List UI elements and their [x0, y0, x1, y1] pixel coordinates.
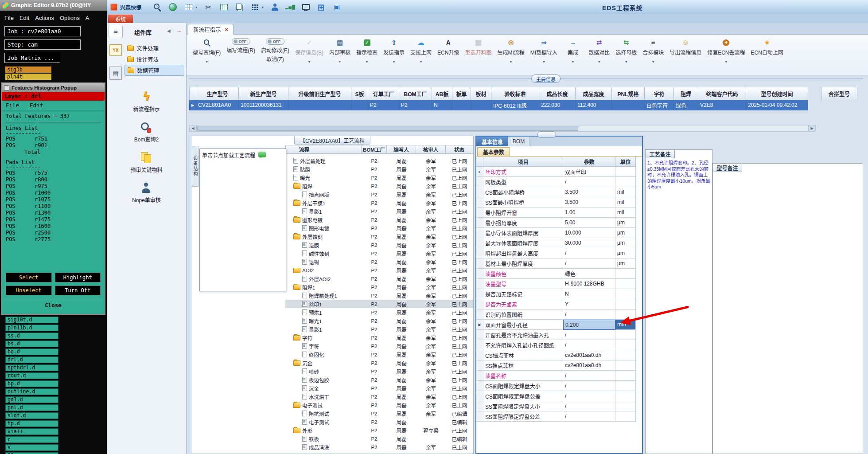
- flow-row[interactable]: 预烘1P2周磊余军已上网: [285, 308, 473, 317]
- param-row[interactable]: SS挡点菲林cv2e801aa0.dh: [476, 360, 636, 371]
- tab-bom[interactable]: BOM: [508, 137, 529, 146]
- flow-row[interactable]: 丝印1P2周磊余军已上网: [285, 300, 473, 308]
- sidebar-item-2[interactable]: 设计算法: [125, 54, 184, 65]
- ribbon-button-10[interactable]: 重选开料图: [465, 38, 491, 56]
- menu-item[interactable]: File: [4, 15, 14, 21]
- param-row[interactable]: 网板类型/: [476, 177, 636, 187]
- param-value[interactable]: /: [563, 411, 615, 422]
- flow-node[interactable]: 字符: [285, 334, 362, 341]
- layer-chip[interactable]: sig3b: [5, 67, 51, 73]
- ribbon-button-6[interactable]: 指示检查▾: [356, 38, 378, 64]
- param-value[interactable]: N: [563, 289, 615, 299]
- header-cell[interactable]: BOM工厂: [399, 87, 432, 100]
- horizontal-scrollbar[interactable]: ◀ ▶: [189, 125, 816, 132]
- param-value[interactable]: 绿色: [563, 269, 615, 279]
- pads-entry[interactable]: POS r800: [6, 176, 101, 183]
- param-row[interactable]: 油墨型号H-9100 128GHB: [476, 279, 636, 289]
- table-icon[interactable]: [184, 3, 193, 12]
- flow-row[interactable]: 显影1P2周磊余军已上网: [285, 207, 473, 215]
- flow-row[interactable]: 沉金P2周磊余军已上网: [285, 359, 473, 367]
- tab-new-flow-instruction[interactable]: 新流程指示 ×: [188, 24, 234, 35]
- flow-row[interactable]: 铁板P2周磊已编辑: [285, 434, 473, 443]
- flow-row[interactable]: 板边包胶P2周磊余军已上网: [285, 376, 473, 384]
- dropdown-caret[interactable]: ▾: [195, 5, 197, 9]
- layer-item[interactable]: gd1.d: [5, 396, 58, 403]
- flow-row[interactable]: 贴膜P2周磊余军已上网: [285, 165, 473, 173]
- dropdown-caret[interactable]: ▾: [366, 60, 368, 64]
- flow-node[interactable]: 沉金: [285, 360, 362, 367]
- job-matrix-button[interactable]: Job Matrix ...: [4, 53, 60, 63]
- flow-node[interactable]: 图形电镀: [285, 216, 362, 223]
- header-cell[interactable]: 字符: [645, 87, 674, 100]
- layer-item[interactable]: ss.d: [5, 333, 58, 339]
- param-row[interactable]: CS面阻焊限定焊盘大小/: [476, 381, 636, 391]
- param-row[interactable]: 油墨颜色绿色: [476, 269, 636, 279]
- pads-entry[interactable]: POS r1000: [6, 190, 101, 196]
- ribbon-button-3[interactable]: OFF启动修改(E)取消(Z): [261, 38, 289, 63]
- param-value[interactable]: 双面丝印: [563, 167, 615, 177]
- menu-edit[interactable]: Edit: [30, 102, 43, 109]
- pads-entry[interactable]: POS r1475: [6, 216, 101, 223]
- flow-row[interactable]: 碱性蚀刻P2周磊余军已上网: [285, 249, 473, 258]
- param-row[interactable]: 是否为无卤素Y: [476, 299, 636, 309]
- flow-row[interactable]: 字符P2周磊余军已上网: [285, 333, 473, 342]
- layer-item[interactable]: bp.d: [5, 380, 58, 387]
- menu-item[interactable]: Edit: [19, 15, 29, 21]
- header-cell[interactable]: 生产型号: [196, 87, 239, 100]
- param-row[interactable]: CS面阻焊限定焊盘公差/: [476, 391, 636, 401]
- highlight-button[interactable]: Highlight: [55, 273, 101, 282]
- flow-row[interactable]: AOI2P2周磊余军已上网: [285, 266, 473, 274]
- param-row[interactable]: CS面最小阻焊桥3.500mil: [476, 187, 636, 197]
- ribbon-button-17[interactable]: 导出流程信息: [669, 38, 701, 56]
- ribbon-button-1[interactable]: 型号查询(F)▾: [193, 38, 221, 64]
- param-row[interactable]: 识别码位置图纸/: [476, 309, 636, 320]
- layers-icon[interactable]: [332, 3, 341, 12]
- header-cell[interactable]: 验收标准: [491, 87, 539, 100]
- lines-entry[interactable]: POS r901: [6, 142, 101, 149]
- toggle-off[interactable]: OFF: [232, 38, 250, 45]
- flow-node[interactable]: 外层AOI2: [285, 275, 362, 282]
- pads-entry[interactable]: POS r2775: [6, 236, 101, 243]
- flow-row[interactable]: 阻焊前处理1P2周磊余军已上网: [285, 291, 473, 300]
- flow-node[interactable]: 挡点网版: [285, 191, 362, 198]
- quick-launch[interactable]: 兴森快捷: [110, 4, 141, 11]
- param-value[interactable]: /: [563, 258, 615, 269]
- ribbon-button-2[interactable]: OFF编写流程(R): [226, 38, 255, 54]
- chart-icon[interactable]: [286, 3, 295, 12]
- layer-chip[interactable]: pln4t: [5, 74, 51, 80]
- param-row[interactable]: CS挡点菲林cv2e801aa0.dh: [476, 350, 636, 360]
- dropdown-caret[interactable]: ▾: [543, 60, 545, 64]
- graphic-editor-titlebar[interactable]: Graphic Editor 9.07b2 (00@HY: [0, 0, 107, 11]
- flow-row[interactable]: 电子测试P2周磊余军已上网: [285, 401, 473, 409]
- param-row[interactable]: 基材上最小阻焊厚度/μm: [476, 258, 636, 269]
- ribbon-button-5[interactable]: 内部审核▾: [329, 38, 350, 64]
- tool-3[interactable]: 预审关键物料: [130, 152, 162, 173]
- flow-node[interactable]: 显影1: [285, 208, 362, 215]
- flow-node[interactable]: 板边包胶: [285, 376, 362, 384]
- param-value[interactable]: /: [563, 309, 615, 320]
- layer-item[interactable]: pln11b.d: [5, 325, 58, 331]
- param-value[interactable]: /: [563, 401, 615, 411]
- flow-row[interactable]: 阻焊P2周磊余军已上网: [285, 182, 473, 190]
- turn-off-button[interactable]: Turn Off: [55, 286, 101, 295]
- ribbon-button-18[interactable]: 修复ECN丢流程▾: [707, 38, 745, 64]
- hamburger-menu-icon[interactable]: ≡: [109, 25, 123, 38]
- header-cell[interactable]: 成品长度: [539, 87, 576, 100]
- flow-row[interactable]: 显影1P2周磊余军已上网: [285, 325, 473, 333]
- tab-model-notes[interactable]: 型号备注: [713, 164, 742, 172]
- ribbon-button-9[interactable]: ECN升级: [437, 38, 459, 56]
- tool-4[interactable]: Nope单审核: [132, 182, 161, 204]
- flow-row[interactable]: 外层干膜1P2周磊余军已上网: [285, 199, 473, 207]
- param-row[interactable]: 最小阻焊开窗1.00mil: [476, 207, 636, 218]
- col-combined-model[interactable]: 合拼型号: [821, 87, 857, 100]
- flow-row[interactable]: 退膜P2周磊余军已上网: [285, 241, 473, 249]
- machine-icon[interactable]: ▤: [109, 67, 122, 80]
- yx-logo-icon[interactable]: YX: [109, 44, 122, 56]
- param-value[interactable]: 1.00: [563, 207, 615, 218]
- param-value[interactable]: /: [563, 371, 615, 381]
- header-cell[interactable]: 新生产型号: [239, 87, 288, 100]
- menu-file[interactable]: File: [6, 102, 19, 109]
- tool-2[interactable]: Bom查询2: [134, 121, 159, 143]
- histogram-titlebar[interactable]: Features Histogram Popup: [2, 83, 105, 92]
- flow-node[interactable]: 丝印1: [285, 301, 362, 308]
